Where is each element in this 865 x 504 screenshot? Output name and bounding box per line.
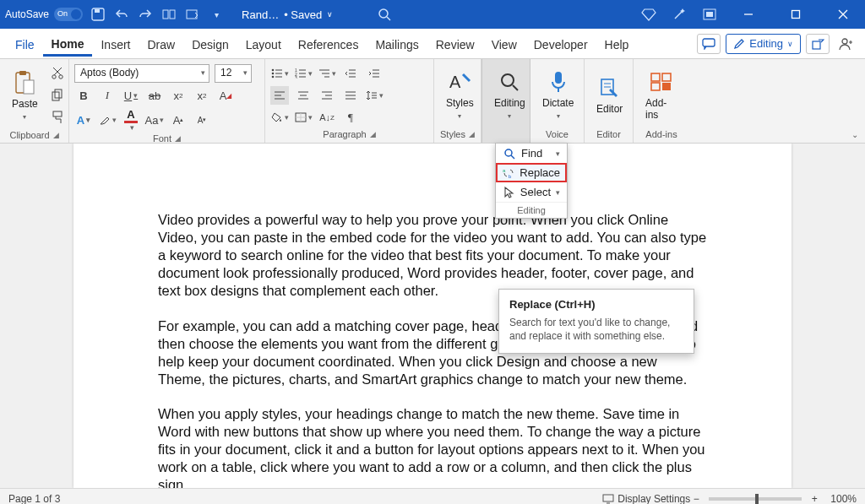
- bullets-button[interactable]: [270, 64, 289, 83]
- tab-home[interactable]: Home: [43, 30, 93, 57]
- save-icon[interactable]: [90, 6, 106, 23]
- zoom-percent[interactable]: 100%: [830, 493, 857, 505]
- zoom-slider[interactable]: [709, 497, 802, 501]
- addins-button[interactable]: Add-ins: [639, 62, 684, 127]
- mode-editing-button[interactable]: Editing ∨: [726, 34, 801, 54]
- close-button[interactable]: [826, 0, 860, 29]
- display-settings-button[interactable]: Display Settings: [602, 493, 690, 505]
- paragraph-group-label: Paragraph: [323, 129, 366, 139]
- zoom-out-button[interactable]: −: [690, 493, 702, 505]
- font-color-button[interactable]: A: [122, 108, 140, 132]
- paragraph-launcher-icon[interactable]: ◢: [370, 130, 376, 138]
- redo-icon[interactable]: [137, 6, 154, 23]
- numbering-button[interactable]: 123: [294, 64, 313, 83]
- editing-split-button[interactable]: Editing▾: [487, 62, 532, 127]
- dictate-button[interactable]: Dictate▾: [536, 62, 580, 127]
- document-area[interactable]: Replace (Ctrl+H) Search for text you'd l…: [0, 144, 865, 488]
- tab-developer[interactable]: Developer: [525, 31, 596, 57]
- highlight-button[interactable]: [98, 111, 117, 129]
- decrease-indent-button[interactable]: [341, 64, 360, 83]
- qa-overflow-icon[interactable]: ▾: [208, 6, 225, 23]
- menu-find[interactable]: Find ▾: [496, 144, 567, 163]
- shrink-font-button[interactable]: A▾: [193, 111, 211, 129]
- wand-icon[interactable]: [671, 6, 688, 23]
- tab-layout[interactable]: Layout: [237, 31, 290, 57]
- menu-select-label: Select: [520, 186, 551, 198]
- change-case-button[interactable]: Aa: [145, 111, 164, 129]
- page-indicator[interactable]: Page 1 of 3: [8, 493, 60, 505]
- font-size-combo[interactable]: 12▾: [215, 64, 252, 83]
- tooltip-body: Search for text you'd like to change, an…: [509, 316, 683, 343]
- tab-view[interactable]: View: [483, 31, 525, 57]
- qa-icon-1[interactable]: [160, 6, 177, 23]
- show-marks-button[interactable]: ¶: [341, 108, 360, 127]
- grow-font-button[interactable]: A▴: [169, 111, 188, 129]
- font-name-combo[interactable]: Aptos (Body)▾: [74, 64, 209, 83]
- maximize-button[interactable]: [779, 0, 813, 29]
- tab-help[interactable]: Help: [596, 31, 638, 57]
- doc-para-3[interactable]: When you apply styles, your headings cha…: [158, 405, 707, 488]
- copy-icon[interactable]: [48, 86, 67, 105]
- menu-select[interactable]: Select ▾: [496, 182, 567, 202]
- bold-button[interactable]: B: [74, 86, 93, 105]
- tab-draw[interactable]: Draw: [139, 31, 183, 57]
- undo-icon[interactable]: [113, 6, 130, 23]
- autosave[interactable]: AutoSave On: [5, 8, 83, 21]
- menu-find-label: Find: [521, 147, 542, 160]
- zoom-in-button[interactable]: +: [808, 493, 820, 505]
- clipboard-launcher-icon[interactable]: ◢: [53, 131, 59, 139]
- window-mode-icon[interactable]: [701, 6, 718, 23]
- addins-group-label: Add-ins: [645, 129, 677, 139]
- tab-insert[interactable]: Insert: [92, 31, 139, 57]
- share-button[interactable]: [806, 34, 830, 54]
- pencil-icon: [733, 38, 745, 50]
- align-left-button[interactable]: [270, 86, 289, 105]
- menu-replace[interactable]: ab Replace: [496, 163, 567, 182]
- svg-point-27: [271, 69, 274, 72]
- multilevel-list-button[interactable]: [318, 64, 336, 83]
- tab-mailings[interactable]: Mailings: [367, 31, 427, 57]
- align-center-button[interactable]: [294, 86, 313, 105]
- subscript-button[interactable]: x2: [169, 86, 188, 105]
- tab-review[interactable]: Review: [427, 31, 483, 57]
- svg-rect-15: [813, 41, 820, 49]
- shading-button[interactable]: [270, 108, 289, 127]
- cut-icon[interactable]: [48, 64, 67, 83]
- text-effects-button[interactable]: A: [74, 111, 93, 129]
- styles-launcher-icon[interactable]: ◢: [469, 130, 475, 138]
- mode-editing-label: Editing: [749, 37, 783, 50]
- format-painter-icon[interactable]: [48, 108, 67, 127]
- collapse-ribbon-icon[interactable]: ⌄: [851, 130, 858, 139]
- strikethrough-button[interactable]: ab: [145, 86, 164, 105]
- autosave-label: AutoSave: [5, 8, 49, 20]
- align-right-button[interactable]: [318, 86, 336, 105]
- editor-button[interactable]: Editor: [590, 62, 629, 127]
- svg-line-22: [54, 68, 62, 75]
- account-icon[interactable]: [835, 34, 858, 54]
- select-icon: [503, 187, 515, 198]
- diamond-icon[interactable]: [640, 6, 657, 23]
- minimize-button[interactable]: [732, 0, 765, 29]
- italic-button[interactable]: I: [98, 86, 117, 105]
- tab-references[interactable]: References: [290, 31, 367, 57]
- borders-button[interactable]: [294, 108, 313, 127]
- qa-icon-2[interactable]: [184, 6, 201, 23]
- sort-button[interactable]: A↓Z: [318, 108, 336, 127]
- paste-button[interactable]: Paste ▾: [5, 62, 45, 128]
- svg-point-20: [52, 75, 55, 79]
- font-launcher-icon[interactable]: ◢: [175, 134, 181, 143]
- line-spacing-button[interactable]: [365, 86, 384, 105]
- document-title[interactable]: Rand… • Saved ∨: [242, 8, 333, 21]
- comments-button[interactable]: [697, 34, 721, 54]
- superscript-button[interactable]: x2: [193, 86, 211, 105]
- justify-button[interactable]: [341, 86, 360, 105]
- underline-button[interactable]: U: [122, 86, 140, 105]
- tab-design[interactable]: Design: [183, 31, 237, 57]
- increase-indent-button[interactable]: [365, 64, 384, 83]
- clear-formatting-icon[interactable]: A◢: [216, 86, 235, 105]
- doc-para-1[interactable]: Video provides a powerful way to help yo…: [158, 211, 707, 301]
- tab-file[interactable]: File: [7, 31, 43, 57]
- autosave-toggle[interactable]: On: [54, 8, 83, 21]
- styles-button[interactable]: A Styles▾: [439, 62, 481, 127]
- search-icon[interactable]: [375, 5, 394, 24]
